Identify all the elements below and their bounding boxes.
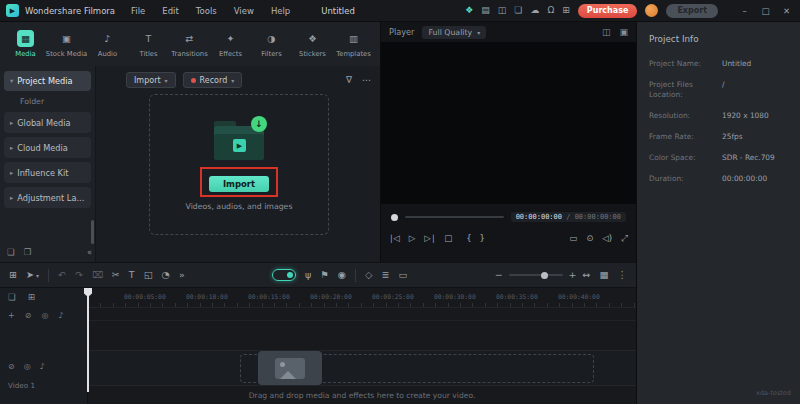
menu-view[interactable]: View [234, 6, 254, 16]
gift-icon[interactable]: ❖ [465, 6, 473, 15]
new-folder-icon[interactable]: ❏ [7, 247, 15, 257]
sidebar-item-project-media[interactable]: ▾ Project Media [4, 71, 91, 91]
add-track-icon[interactable]: ⊞ [28, 292, 35, 302]
menu-help[interactable]: Help [271, 6, 290, 16]
close-button[interactable]: ✕ [780, 6, 793, 16]
menu-edit[interactable]: Edit [162, 6, 178, 16]
stop-icon[interactable]: □ [444, 234, 452, 243]
audio-mixer-icon[interactable]: ≣ [381, 270, 389, 280]
fit-timeline-icon[interactable]: ↔ [583, 270, 591, 280]
sidebar-item-influence-kit[interactable]: ▸ Influence Kit [4, 162, 91, 183]
mark-out-icon[interactable]: } [480, 234, 485, 243]
media-import-dropzone[interactable]: ▶ ↓ Import Videos, audios, and images [149, 94, 329, 235]
fullscreen-icon[interactable]: ⤢ [621, 234, 628, 243]
zoom-out-icon[interactable]: − [495, 270, 503, 280]
speed-icon[interactable]: ◔ [162, 270, 170, 280]
maximize-button[interactable]: □ [759, 6, 772, 16]
play-icon[interactable]: ▷ [409, 234, 416, 243]
display-icon[interactable]: ▤ [481, 6, 490, 15]
delete-folder-icon[interactable]: ❐ [24, 247, 32, 257]
tab-transitions[interactable]: ⇄ Transitions [169, 30, 210, 58]
zoom-slider[interactable] [509, 274, 563, 276]
more-tools-icon[interactable]: » [179, 270, 185, 280]
tab-stock-media[interactable]: ▣ Stock Media [46, 30, 87, 58]
more-icon[interactable]: ⋯ [362, 75, 371, 85]
step-forward-icon[interactable]: ▷∣ [424, 234, 435, 243]
filter-icon[interactable]: ∇ [346, 75, 352, 85]
toolbar-more-icon[interactable]: ⋮ [618, 270, 628, 280]
ai-enhance-toggle[interactable] [272, 269, 296, 281]
menu-file[interactable]: File [131, 6, 145, 16]
apps-icon[interactable]: ⊞ [562, 6, 570, 15]
captions-icon[interactable]: ▭ [398, 270, 407, 280]
keyframe-icon[interactable]: ◇ [365, 270, 372, 280]
sidebar-item-global-media[interactable]: ▸ Global Media [4, 112, 91, 133]
mark-in-icon[interactable]: { [466, 234, 471, 243]
tab-stickers[interactable]: ❖ Stickers [292, 30, 333, 58]
tab-filters[interactable]: ◑ Filters [251, 30, 292, 58]
preview-window-icon[interactable]: ▣ [619, 27, 628, 37]
minimize-button[interactable]: – [738, 6, 751, 16]
track-view-icon[interactable]: ▦ [600, 270, 609, 280]
marker-icon[interactable]: ⚑ [320, 270, 329, 280]
aspect-ratio-icon[interactable]: ▭ [569, 234, 577, 243]
record-dropdown-button[interactable]: Record ▾ [183, 72, 243, 88]
titlebar-actions: ❖ ▤ ◫ ❏ ☁ Ω ⊞ Purchase Export – □ ✕ [465, 4, 800, 18]
screen-record-icon[interactable]: ◉ [338, 270, 346, 280]
step-back-icon[interactable]: ∣◁ [389, 234, 400, 243]
track-mute-icon[interactable]: ♪ [40, 362, 45, 371]
tab-effects[interactable]: ✦ Effects [210, 30, 251, 58]
crop-icon[interactable]: ◱ [144, 270, 153, 280]
ruler-label: 00:00:10:00 [186, 293, 228, 300]
save-icon[interactable]: ◫ [498, 6, 507, 15]
avatar[interactable] [645, 4, 658, 17]
sidebar-item-label: Cloud Media [17, 143, 68, 153]
redo-icon[interactable]: ↷ [75, 270, 83, 280]
bell-icon[interactable]: Ω [547, 6, 554, 15]
plus-icon[interactable]: + [8, 311, 15, 320]
export-button[interactable]: Export [666, 4, 718, 18]
text-tool-icon[interactable]: T [129, 270, 135, 280]
video-preview[interactable] [381, 42, 637, 204]
volume-icon[interactable]: ◁) [602, 234, 612, 243]
toggle-panel-icon[interactable]: ⊞ [9, 270, 17, 280]
seek-bar[interactable] [405, 216, 504, 218]
snapshot-icon[interactable]: ⊙ [586, 234, 593, 243]
voiceover-mic-icon[interactable]: ψ [305, 270, 311, 280]
view-layout-icon[interactable]: ◫ [602, 27, 611, 37]
collapse-sidebar-icon[interactable]: « [87, 248, 92, 257]
track-lock-icon[interactable]: ⊘ [8, 362, 15, 371]
cloud-icon[interactable]: ☁ [530, 6, 539, 15]
purchase-button[interactable]: Purchase [578, 4, 638, 18]
undo-icon[interactable]: ↶ [58, 270, 66, 280]
mute-all-icon[interactable]: ♪ [58, 311, 63, 320]
import-media-button[interactable]: Import [209, 176, 269, 192]
split-icon[interactable]: ✂ [112, 270, 120, 280]
show-all-icon[interactable]: ◎ [41, 311, 48, 320]
tab-audio[interactable]: ♪ Audio [87, 30, 128, 58]
tab-label: Audio [98, 50, 117, 58]
sidebar-item-cloud-media[interactable]: ▸ Cloud Media [4, 137, 91, 158]
zoom-in-icon[interactable]: + [569, 270, 577, 280]
import-dropdown-button[interactable]: Import ▾ [126, 72, 176, 88]
lock-all-icon[interactable]: ⊘ [25, 311, 32, 320]
timeline-ruler[interactable]: 00:00:05:00 00:00:10:00 00:00:15:00 00:0… [88, 288, 636, 308]
tab-templates[interactable]: ▥ Templates [333, 30, 374, 58]
player-panel: Player Full Quality ▾ ◫ ▣ 00:00:00:00 / … [380, 22, 636, 262]
sidebar-scrollbar[interactable] [91, 220, 94, 244]
playhead[interactable] [87, 288, 89, 392]
menu-tools[interactable]: Tools [196, 6, 217, 16]
folder-icon[interactable]: ❏ [514, 6, 522, 15]
tab-media[interactable]: ▦ Media [5, 30, 46, 58]
playhead-knob[interactable] [391, 214, 398, 221]
sidebar-item-adjustment-layer[interactable]: ▸ Adjustment La... [4, 187, 91, 208]
media-placeholder-thumb[interactable] [258, 351, 322, 385]
clip-library-icon[interactable]: ❏ [8, 292, 16, 302]
tab-titles[interactable]: T Titles [128, 30, 169, 58]
record-dot-icon [191, 78, 196, 83]
pointer-icon: ➤ [26, 270, 34, 280]
select-tool-button[interactable]: ➤▾ [26, 270, 39, 280]
track-visibility-icon[interactable]: ◎ [24, 362, 31, 371]
quality-selector[interactable]: Full Quality ▾ [422, 26, 486, 39]
delete-icon[interactable]: ⌧ [92, 270, 103, 280]
